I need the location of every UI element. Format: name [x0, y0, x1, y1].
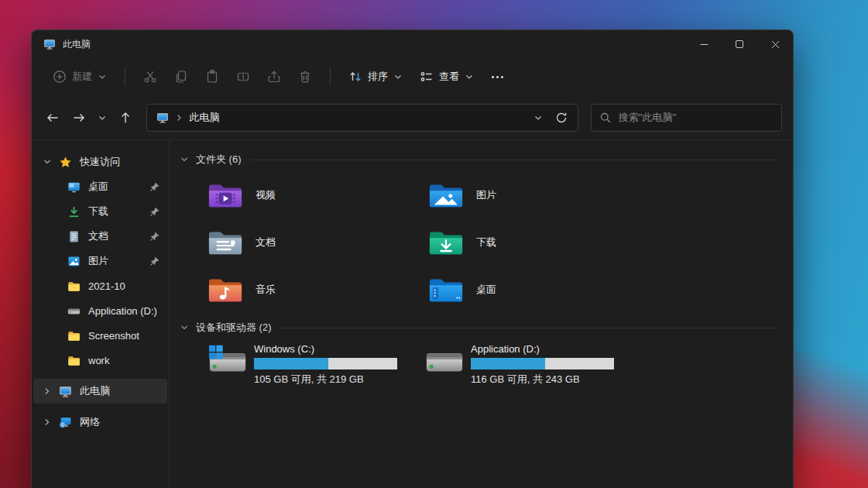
drives-section-header[interactable]: 设备和驱动器 (2) — [180, 321, 785, 335]
forward-arrow-icon — [72, 111, 86, 125]
recent-locations-button[interactable] — [92, 105, 112, 131]
cut-button[interactable] — [136, 64, 164, 89]
sidebar-item-label: 2021-10 — [88, 280, 125, 292]
share-button[interactable] — [260, 64, 288, 89]
folder-label: 下载 — [476, 235, 496, 249]
more-icon — [496, 76, 499, 78]
drive-tile-windows-c[interactable]: Windows (C:) 105 GB 可用, 共 219 GB — [203, 341, 420, 390]
chevron-down-icon — [180, 323, 189, 332]
sidebar-item-label: 图片 — [88, 254, 108, 268]
sidebar-item-label: Application (D:) — [88, 305, 157, 317]
pin-icon — [149, 207, 160, 217]
paste-icon — [205, 70, 219, 84]
sidebar-item-label: 桌面 — [88, 180, 108, 194]
drive-tile-application-d[interactable]: Application (D:) 116 GB 可用, 共 243 GB — [420, 341, 636, 390]
sidebar-item-pictures[interactable]: 图片 — [33, 249, 167, 273]
sidebar-item-quick-access[interactable]: 快速访问 — [33, 149, 167, 174]
toolbar-separator — [125, 67, 125, 86]
minimize-button[interactable] — [686, 30, 722, 58]
sidebar-item-work[interactable]: work — [33, 348, 167, 373]
folder-tile-videos[interactable]: 视频 — [203, 171, 424, 218]
delete-icon — [298, 70, 312, 84]
sidebar-item-label: work — [88, 355, 109, 366]
folder-label: 视频 — [256, 188, 276, 202]
folders-section-header[interactable]: 文件夹 (6) — [180, 153, 785, 167]
drive-capacity-text: 116 GB 可用, 共 243 GB — [471, 373, 614, 387]
capacity-bar-fill — [254, 358, 328, 369]
sidebar-item-documents[interactable]: 文档 — [33, 224, 167, 249]
drive-name: Windows (C:) — [254, 343, 397, 355]
rename-icon — [236, 70, 250, 84]
cut-icon — [143, 70, 157, 84]
desktop-icon — [67, 180, 81, 194]
search-input[interactable] — [619, 112, 774, 123]
sidebar-item-downloads[interactable]: 下载 — [33, 199, 167, 224]
chevron-right-icon — [43, 418, 52, 427]
breadcrumb[interactable]: 此电脑 — [190, 111, 220, 125]
paste-button[interactable] — [198, 64, 226, 89]
close-button[interactable] — [757, 30, 793, 58]
maximize-icon — [736, 40, 743, 48]
back-button[interactable] — [39, 105, 66, 131]
delete-button[interactable] — [291, 64, 319, 89]
folder-label: 文档 — [256, 235, 276, 249]
navigation-pane: 快速访问 桌面 下载 文档 图片 — [32, 140, 169, 488]
address-bar[interactable]: 此电脑 — [146, 104, 578, 132]
drive-name: Application (D:) — [471, 343, 614, 355]
pin-icon — [149, 256, 160, 266]
new-plus-icon — [53, 70, 67, 84]
videos-folder-icon — [208, 180, 243, 211]
view-icon — [420, 70, 434, 84]
pin-icon — [149, 232, 160, 242]
sort-button[interactable]: 排序 — [341, 64, 410, 89]
window-title: 此电脑 — [63, 38, 91, 51]
window-controls — [686, 30, 793, 58]
more-options-button[interactable] — [484, 70, 511, 84]
folder-label: 图片 — [476, 188, 496, 202]
up-button[interactable] — [112, 105, 139, 131]
section-divider — [279, 328, 781, 328]
sidebar-item-2021-10[interactable]: 2021-10 — [33, 273, 167, 298]
forward-button[interactable] — [66, 105, 92, 131]
folder-tile-desktop[interactable]: 桌面 — [424, 266, 644, 313]
folder-tile-pictures[interactable]: 图片 — [424, 171, 644, 218]
folder-tile-documents[interactable]: 文档 — [203, 218, 424, 266]
new-button[interactable]: 新建 — [46, 64, 114, 89]
search-box[interactable] — [591, 104, 782, 132]
sidebar-item-label: 此电脑 — [80, 384, 110, 398]
sidebar-item-application-d[interactable]: Application (D:) — [33, 298, 167, 323]
address-dropdown-button[interactable] — [528, 105, 548, 131]
chevron-down-icon — [180, 155, 189, 164]
items-view: 文件夹 (6) 视频 — [170, 140, 793, 488]
chevron-right-icon — [43, 387, 52, 396]
toolbar-separator — [330, 67, 331, 86]
sidebar-item-label: 快速访问 — [80, 155, 120, 169]
share-icon — [267, 70, 281, 84]
this-pc-icon — [59, 385, 72, 398]
folder-tile-downloads[interactable]: 下载 — [424, 218, 644, 266]
refresh-button[interactable] — [548, 105, 575, 131]
folder-icon — [67, 280, 81, 293]
breadcrumb-chevron-icon — [174, 113, 184, 122]
sidebar-item-label: 网络 — [80, 415, 100, 429]
section-divider — [249, 160, 781, 160]
folder-tile-music[interactable]: 音乐 — [203, 266, 424, 313]
capacity-bar — [254, 358, 397, 369]
capacity-bar — [471, 358, 614, 369]
capacity-bar-fill — [471, 358, 545, 369]
rename-button[interactable] — [229, 64, 257, 89]
maximize-button[interactable] — [722, 30, 757, 58]
copy-button[interactable] — [167, 64, 195, 89]
drive-capacity-text: 105 GB 可用, 共 219 GB — [254, 373, 397, 387]
desktop-folder-icon — [428, 274, 464, 305]
sidebar-item-desktop[interactable]: 桌面 — [33, 174, 167, 199]
chevron-down-icon — [43, 157, 52, 167]
view-label: 查看 — [439, 70, 459, 84]
minimize-icon — [700, 40, 708, 49]
view-button[interactable]: 查看 — [413, 64, 481, 89]
sidebar-item-network[interactable]: 网络 — [33, 410, 167, 435]
folders-grid: 视频 图片 — [203, 171, 785, 313]
sidebar-item-screenshot[interactable]: Screenshot — [33, 323, 167, 348]
sidebar-item-this-pc[interactable]: 此电脑 — [33, 379, 167, 404]
this-pc-icon — [43, 38, 56, 50]
